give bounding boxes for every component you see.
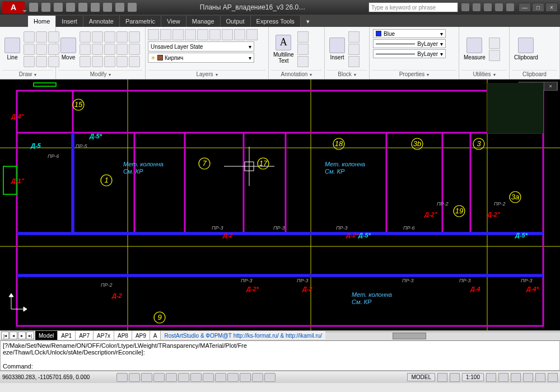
clipboard-button[interactable]: Clipboard: [512, 36, 540, 62]
isolate-obj-icon[interactable]: [535, 373, 545, 382]
snap-toggle-icon[interactable]: [116, 373, 128, 382]
circle-icon[interactable]: [36, 31, 47, 43]
layer-state-dropdown[interactable]: Unsaved Layer State▾: [148, 41, 254, 52]
tab-annotate[interactable]: Annotate: [83, 16, 120, 27]
h-scrollbar[interactable]: [325, 332, 560, 339]
layer-tool4-icon[interactable]: [185, 29, 196, 40]
ws-switch-icon[interactable]: [498, 373, 508, 382]
layout-first-icon[interactable]: |◂: [1, 332, 9, 339]
calc-icon[interactable]: [489, 50, 500, 61]
infocenter-icon[interactable]: [461, 3, 469, 11]
qat-redo-icon[interactable]: [78, 3, 87, 12]
measure-button[interactable]: Measure: [461, 36, 488, 62]
panel-annotation-label[interactable]: Annotation: [271, 70, 322, 78]
model-space-button[interactable]: MODEL: [407, 373, 435, 381]
layer-tool1-icon[interactable]: [148, 29, 159, 40]
qat-extra1-icon[interactable]: [103, 3, 112, 12]
layout-quickview-icon[interactable]: [437, 373, 447, 382]
command-line[interactable]: [?/Make/Set/New/Rename/ON/OFF/Color/Ltyp…: [0, 340, 560, 371]
spline-icon[interactable]: [24, 56, 35, 67]
help-icon[interactable]: [506, 3, 514, 11]
layer-tool2-icon[interactable]: [160, 29, 171, 40]
linetype-dropdown[interactable]: ByLayer▾: [373, 39, 446, 48]
extend-icon[interactable]: [92, 56, 103, 67]
tab-view[interactable]: View: [161, 16, 186, 27]
otrack-toggle-icon[interactable]: [178, 373, 189, 382]
help-search-input[interactable]: Type a keyword or phrase: [368, 2, 458, 12]
attr-block-icon[interactable]: [348, 56, 360, 67]
fillet-icon[interactable]: [129, 31, 140, 43]
color-dropdown[interactable]: Blue▾: [373, 29, 446, 38]
favorite-icon[interactable]: [495, 3, 503, 11]
mirror-icon[interactable]: [116, 31, 128, 43]
layer-tool5-icon[interactable]: [197, 29, 208, 40]
erase-icon[interactable]: [116, 44, 128, 55]
layer-tool9-icon[interactable]: [246, 29, 258, 40]
maximize-button[interactable]: □: [532, 3, 544, 12]
move-button[interactable]: Move: [58, 36, 78, 62]
qat-print-icon[interactable]: [91, 3, 100, 12]
panel-block-label[interactable]: Block: [327, 70, 367, 78]
panel-properties-label[interactable]: Properties: [372, 70, 456, 78]
array-icon[interactable]: [104, 44, 115, 55]
chamfer-icon[interactable]: [104, 56, 115, 67]
layout-tab-ar1[interactable]: АР1: [58, 331, 76, 340]
polyline-icon[interactable]: [24, 31, 35, 43]
tab-insert[interactable]: Insert: [56, 16, 83, 27]
layout-tab-ar7x[interactable]: АР7x: [94, 331, 114, 340]
qat-extra2-icon[interactable]: [115, 3, 124, 12]
copy-icon[interactable]: [80, 31, 91, 43]
layout-prev-icon[interactable]: ◂: [10, 332, 17, 339]
clean-screen-icon[interactable]: [548, 373, 558, 382]
line-button[interactable]: Line: [2, 36, 22, 62]
panel-draw-label[interactable]: Draw: [2, 70, 53, 78]
h-scroll-thumb[interactable]: [393, 333, 426, 339]
anno-vis-icon[interactable]: [486, 373, 496, 382]
select-icon[interactable]: [489, 38, 500, 49]
layer-tool3-icon[interactable]: [172, 29, 184, 40]
toolbar-lock-icon[interactable]: [511, 373, 521, 382]
minimize-button[interactable]: —: [519, 3, 531, 12]
panel-layers-label[interactable]: Layers: [148, 70, 266, 78]
drawing-canvas[interactable]: — □ ×: [0, 80, 560, 330]
tab-home[interactable]: Home: [28, 16, 56, 27]
tab-express[interactable]: Express Tools: [251, 16, 301, 27]
app-menu-button[interactable]: A: [2, 1, 25, 13]
align-icon[interactable]: [116, 56, 128, 67]
ellipse-icon[interactable]: [36, 44, 47, 55]
qat-undo-icon[interactable]: [66, 3, 75, 12]
scale-icon[interactable]: [92, 44, 103, 55]
layout-last-icon[interactable]: ▸|: [26, 332, 34, 339]
grid-toggle-icon[interactable]: [129, 373, 140, 382]
break-icon[interactable]: [129, 56, 140, 67]
insert-block-button[interactable]: Insert: [327, 36, 347, 62]
dyn-toggle-icon[interactable]: [203, 373, 214, 382]
mtext-button[interactable]: A Multiline Text: [271, 34, 296, 65]
qat-save-icon[interactable]: [54, 3, 63, 12]
tab-manage[interactable]: Manage: [186, 16, 221, 27]
layer-tool8-icon[interactable]: [234, 29, 245, 40]
sc-toggle-icon[interactable]: [252, 373, 263, 382]
offset-icon[interactable]: [80, 56, 91, 67]
table-icon[interactable]: [297, 56, 309, 67]
dim-linear-icon[interactable]: [297, 31, 309, 43]
panel-utilities-label[interactable]: Utilities: [461, 70, 507, 78]
qat-new-icon[interactable]: [29, 3, 38, 12]
qat-extra3-icon[interactable]: [128, 3, 137, 12]
tpy-toggle-icon[interactable]: [227, 373, 239, 382]
layout-tab-a[interactable]: А: [150, 331, 161, 340]
ducs-toggle-icon[interactable]: [190, 373, 202, 382]
lwt-toggle-icon[interactable]: [215, 373, 226, 382]
layout-next-icon[interactable]: ▸: [18, 332, 26, 339]
create-block-icon[interactable]: [348, 31, 360, 43]
close-button[interactable]: ×: [545, 3, 558, 12]
exchange-icon[interactable]: [484, 3, 492, 11]
trim-icon[interactable]: [104, 31, 115, 43]
coords-readout[interactable]: 9603380.283, -1105701.659, 0.000: [2, 374, 114, 380]
tab-output[interactable]: Output: [221, 16, 251, 27]
key-icon[interactable]: [473, 3, 480, 11]
layout-tab-ar7[interactable]: АР7: [76, 331, 94, 340]
edit-block-icon[interactable]: [348, 44, 360, 55]
am-toggle-icon[interactable]: [264, 373, 276, 382]
rotate-icon[interactable]: [92, 31, 103, 43]
